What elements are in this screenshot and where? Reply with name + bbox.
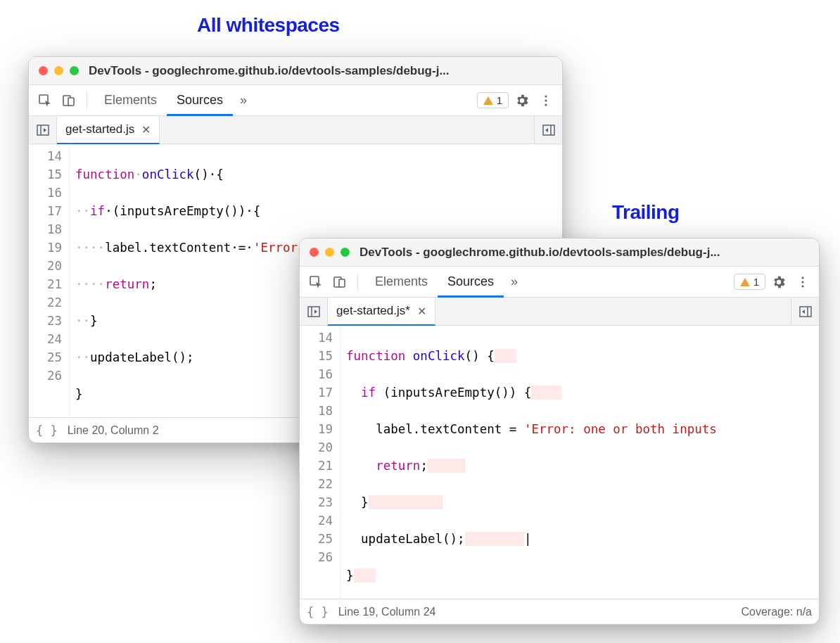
- window-title: DevTools - googlechrome.github.io/devtoo…: [89, 64, 552, 78]
- navigator-toggle-icon[interactable]: [29, 116, 57, 144]
- titlebar: DevTools - googlechrome.github.io/devtoo…: [29, 57, 562, 85]
- more-tabs-button[interactable]: »: [504, 274, 525, 289]
- warning-count: 1: [497, 94, 502, 106]
- zoom-window-button[interactable]: [341, 248, 350, 257]
- titlebar: DevTools - googlechrome.github.io/devtoo…: [300, 238, 819, 267]
- file-tab[interactable]: get-started.js* ✕: [328, 298, 435, 326]
- kebab-menu-icon[interactable]: [792, 272, 813, 293]
- cursor-position: Line 20, Column 2: [68, 424, 159, 437]
- svg-rect-2: [68, 98, 74, 106]
- main-toolbar: Elements Sources » 1: [300, 267, 819, 298]
- svg-point-4: [545, 99, 547, 101]
- issues-badge[interactable]: 1: [734, 274, 765, 290]
- kebab-menu-icon[interactable]: [535, 90, 556, 111]
- svg-rect-18: [800, 307, 811, 317]
- inspect-element-icon[interactable]: [305, 272, 326, 293]
- file-tab-label: get-started.js*: [336, 304, 410, 318]
- close-window-button[interactable]: [39, 66, 48, 75]
- svg-point-5: [545, 103, 547, 106]
- caption-all-whitespaces: All whitespaces: [197, 14, 340, 37]
- zoom-window-button[interactable]: [70, 66, 79, 75]
- toolbar-divider: [357, 274, 358, 291]
- panel-tabs: Elements Sources »: [365, 267, 525, 297]
- minimize-window-button[interactable]: [54, 66, 63, 75]
- warning-icon: [483, 96, 493, 105]
- line-gutter: 14151617181920212223242526: [29, 144, 70, 417]
- traffic-lights: [39, 66, 79, 75]
- main-toolbar: Elements Sources » 1: [29, 85, 562, 116]
- traffic-lights: [310, 248, 350, 257]
- pretty-print-icon[interactable]: { }: [307, 605, 329, 619]
- svg-rect-12: [339, 279, 345, 287]
- toolbar-divider: [87, 92, 87, 109]
- minimize-window-button[interactable]: [325, 248, 334, 257]
- more-tabs-button[interactable]: »: [233, 93, 254, 108]
- svg-point-15: [801, 285, 803, 287]
- code-editor[interactable]: 14151617181920212223242526 function onCl…: [300, 326, 819, 599]
- devtools-window-2: DevTools - googlechrome.github.io/devtoo…: [299, 238, 820, 625]
- debugger-toggle-icon[interactable]: [534, 116, 562, 144]
- file-tabs-bar: get-started.js ✕: [29, 116, 562, 144]
- file-tab-label: get-started.js: [65, 122, 134, 136]
- close-window-button[interactable]: [310, 248, 319, 257]
- warning-count: 1: [753, 276, 759, 288]
- status-bar: { } Line 19, Column 24 Coverage: n/a: [300, 599, 819, 624]
- window-title: DevTools - googlechrome.github.io/devtoo…: [359, 246, 809, 260]
- line-gutter: 14151617181920212223242526: [300, 326, 341, 599]
- settings-icon[interactable]: [768, 272, 789, 293]
- tab-elements[interactable]: Elements: [365, 267, 438, 298]
- issues-badge[interactable]: 1: [477, 92, 509, 108]
- tab-sources[interactable]: Sources: [167, 86, 233, 116]
- file-tab[interactable]: get-started.js ✕: [57, 116, 160, 144]
- close-tab-icon[interactable]: ✕: [417, 305, 426, 318]
- svg-point-14: [801, 281, 803, 283]
- warning-icon: [740, 278, 750, 286]
- caption-trailing: Trailing: [612, 201, 680, 224]
- tab-elements[interactable]: Elements: [94, 86, 167, 116]
- svg-point-3: [545, 95, 547, 97]
- svg-rect-16: [308, 307, 319, 317]
- tab-sources[interactable]: Sources: [438, 267, 504, 298]
- cursor-position: Line 19, Column 24: [338, 606, 436, 618]
- svg-point-13: [801, 276, 803, 279]
- svg-rect-6: [37, 125, 49, 135]
- device-toolbar-icon[interactable]: [58, 90, 79, 111]
- inspect-element-icon[interactable]: [34, 90, 56, 111]
- debugger-toggle-icon[interactable]: [791, 298, 819, 325]
- coverage-status: Coverage: n/a: [741, 606, 812, 618]
- device-toolbar-icon[interactable]: [329, 272, 350, 293]
- pretty-print-icon[interactable]: { }: [36, 424, 58, 438]
- close-tab-icon[interactable]: ✕: [141, 123, 151, 136]
- panel-tabs: Elements Sources »: [94, 85, 254, 115]
- navigator-toggle-icon[interactable]: [300, 298, 328, 325]
- code-content[interactable]: function onClick() { if (inputsAreEmpty(…: [341, 326, 717, 599]
- file-tabs-bar: get-started.js* ✕: [300, 298, 819, 326]
- svg-rect-8: [543, 125, 554, 135]
- settings-icon[interactable]: [511, 90, 533, 111]
